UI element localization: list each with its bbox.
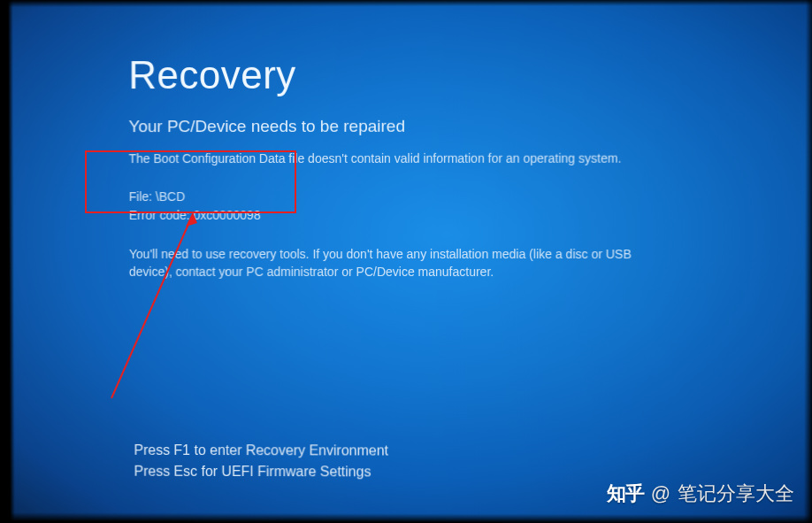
recovery-screen: Recovery Your PC/Device needs to be repa… (1, 0, 812, 523)
error-file-value: \BCD (156, 189, 185, 204)
photo-edge-top (1, 0, 812, 7)
action-esc: Press Esc for UEFI Firmware Settings (134, 461, 388, 483)
action-f1: Press F1 to enter Recovery Environment (134, 440, 388, 461)
error-details: File: \BCD Error code: 0xc0000098 (129, 187, 761, 226)
error-code-label: Error code: (129, 208, 194, 222)
error-code-line: Error code: 0xc0000098 (129, 206, 761, 226)
watermark-username: 笔记分享大全 (678, 481, 794, 507)
recovery-content: Recovery Your PC/Device needs to be repa… (128, 52, 761, 281)
recovery-description: The Boot Configuration Data file doesn't… (129, 150, 761, 168)
photo-edge-right (804, 0, 812, 523)
watermark: 知乎 @笔记分享大全 (607, 481, 794, 507)
error-file-label: File: (129, 189, 156, 204)
error-file-line: File: \BCD (129, 187, 761, 206)
photo-edge-left (1, 0, 15, 521)
photo-edge-bottom (3, 512, 812, 523)
recovery-subtitle: Your PC/Device needs to be repaired (128, 116, 760, 136)
recovery-instructions: You'll need to use recovery tools. If yo… (129, 245, 642, 281)
recovery-actions: Press F1 to enter Recovery Environment P… (134, 440, 388, 482)
error-code-value: 0xc0000098 (194, 208, 261, 222)
watermark-at: @ (651, 482, 670, 505)
zhihu-logo: 知乎 (607, 481, 644, 507)
recovery-title: Recovery (128, 52, 761, 97)
